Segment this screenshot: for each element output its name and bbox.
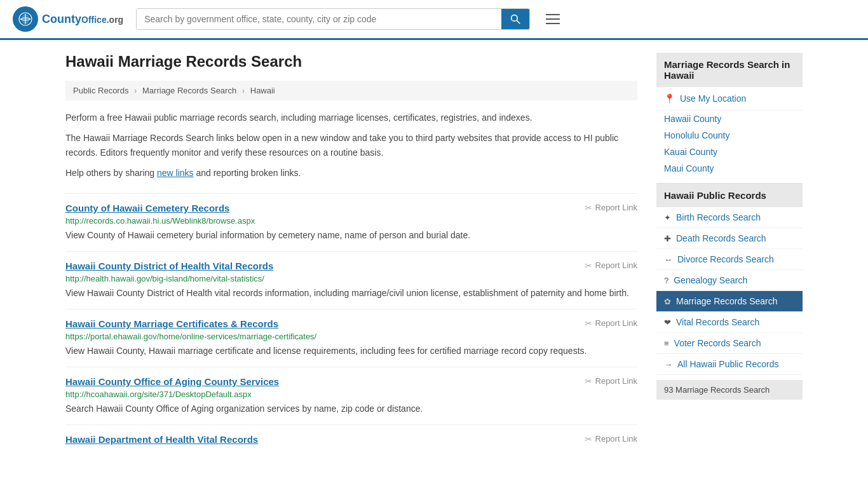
help-text-prefix: Help others by sharing [65, 168, 157, 178]
main-container: Hawaii Marriage Records Search Public Re… [53, 40, 815, 469]
hamburger-line [546, 23, 560, 24]
use-my-location-label: Use My Location [680, 93, 746, 104]
report-link-label: Report Link [595, 376, 637, 386]
death-icon: ✚ [664, 234, 671, 243]
report-link-label: Report Link [595, 318, 637, 328]
report-link[interactable]: ✂ Report Link [585, 318, 637, 329]
divorce-icon: ↔ [664, 255, 672, 264]
public-records-nav: ✦ Birth Records Search ✚ Death Records S… [656, 207, 803, 375]
report-link[interactable]: ✂ Report Link [585, 203, 637, 213]
breadcrumb-sep: › [134, 86, 137, 95]
all-records-icon: → [664, 360, 672, 369]
record-title[interactable]: Hawaii County Office of Aging County Ser… [65, 376, 279, 387]
voter-icon: ≡ [664, 339, 669, 348]
sidebar-item-maui-county[interactable]: Maui County [664, 163, 714, 173]
site-header: CountyOffice.org [0, 0, 868, 40]
list-item: Hawaii County [656, 111, 803, 127]
record-item: Hawaii County Marriage Certificates & Re… [65, 309, 637, 367]
logo-text: CountyOffice.org [42, 13, 123, 26]
report-icon: ✂ [585, 203, 592, 213]
report-icon: ✂ [585, 318, 592, 329]
vital-icon: ❤ [664, 318, 671, 327]
hamburger-line [546, 14, 560, 15]
breadcrumb-marriage-records[interactable]: Marriage Records Search [142, 86, 236, 95]
records-list: County of Hawaii Cemetery Records ✂ Repo… [65, 193, 637, 456]
record-item: County of Hawaii Cemetery Records ✂ Repo… [65, 193, 637, 251]
record-title[interactable]: County of Hawaii Cemetery Records [65, 203, 229, 214]
page-title: Hawaii Marriage Records Search [65, 53, 637, 71]
record-item: Hawaii County District of Health Vital R… [65, 251, 637, 309]
nav-label: Birth Records Search [676, 212, 761, 222]
list-item: Maui County [656, 160, 803, 177]
genealogy-icon: ? [664, 276, 668, 285]
sidebar-item-hawaii-county[interactable]: Hawaii County [664, 114, 721, 124]
nav-label: All Hawaii Public Records [677, 359, 779, 369]
record-url[interactable]: http://records.co.hawaii.hi.us/Weblink8/… [65, 216, 637, 226]
new-links-link[interactable]: new links [157, 168, 194, 178]
report-icon: ✂ [585, 434, 592, 444]
sidebar-item-kauai-county[interactable]: Kauai County [664, 147, 717, 157]
record-item: Hawaii County Office of Aging County Ser… [65, 367, 637, 424]
nav-label: Death Records Search [676, 233, 766, 243]
record-title[interactable]: Hawaii County District of Health Vital R… [65, 261, 273, 271]
record-header: Hawaii County Office of Aging County Ser… [65, 376, 637, 387]
sidebar-item-genealogy: ? Genealogy Search [656, 270, 803, 291]
report-link[interactable]: ✂ Report Link [585, 261, 637, 271]
report-link-label: Report Link [595, 203, 637, 212]
report-link[interactable]: ✂ Report Link [585, 376, 637, 386]
record-header: Hawaii County District of Health Vital R… [65, 261, 637, 271]
intro-paragraph-1: Perform a free Hawaii public marriage re… [65, 111, 637, 125]
breadcrumb-public-records[interactable]: Public Records [73, 86, 128, 95]
sidebar-item-honolulu-county[interactable]: Honolulu County [664, 130, 730, 140]
sidebar-item-vital-records: ❤ Vital Records Search [656, 312, 803, 333]
menu-button[interactable] [543, 8, 563, 30]
record-desc: View County of Hawaii cemetery burial in… [65, 229, 637, 242]
logo-icon [13, 6, 38, 32]
search-input[interactable] [137, 9, 501, 29]
nav-label: Marriage Records Search [676, 296, 778, 306]
birth-icon: ✦ [664, 213, 671, 222]
record-title[interactable]: Hawaii County Marriage Certificates & Re… [65, 318, 278, 329]
sidebar-item-voter-records: ≡ Voter Records Search [656, 333, 803, 354]
record-url[interactable]: http://hcoahawaii.org/site/371/DesktopDe… [65, 390, 637, 399]
sidebar-item-death-records: ✚ Death Records Search [656, 228, 803, 249]
record-desc: View Hawaii County District of Health vi… [65, 287, 637, 300]
county-list: Hawaii County Honolulu County Kauai Coun… [656, 111, 803, 184]
sidebar-item-marriage-records: ✿ Marriage Records Search [656, 291, 803, 312]
intro-paragraph-2: The Hawaii Marriage Records Search links… [65, 131, 637, 159]
sidebar-item-divorce-records: ↔ Divorce Records Search [656, 249, 803, 270]
nav-label: Genealogy Search [674, 275, 747, 285]
nav-label: Divorce Records Search [677, 254, 774, 264]
nav-label: Vital Records Search [676, 317, 759, 327]
breadcrumb: Public Records › Marriage Records Search… [65, 81, 637, 100]
search-icon [510, 14, 520, 24]
record-url[interactable]: http://health.hawaii.gov/big-island/home… [65, 274, 637, 283]
use-my-location[interactable]: 📍 Use My Location [656, 87, 803, 111]
search-bar [136, 8, 530, 30]
svg-line-4 [517, 20, 520, 24]
record-url[interactable]: https://portal.ehawaii.gov/home/online-s… [65, 332, 637, 341]
help-text-suffix: and reporting broken links. [194, 168, 301, 178]
sidebar-item-birth-records: ✦ Birth Records Search [656, 207, 803, 228]
sidebar-section-1-header: Marriage Records Search in Hawaii [656, 53, 803, 87]
report-link[interactable]: ✂ Report Link [585, 434, 637, 444]
breadcrumb-hawaii: Hawaii [250, 86, 275, 95]
record-item: Hawaii Department of Health Vital Record… [65, 424, 637, 456]
report-icon: ✂ [585, 261, 592, 271]
content-area: Hawaii Marriage Records Search Public Re… [65, 53, 637, 456]
report-link-label: Report Link [595, 434, 637, 444]
hamburger-line [546, 18, 560, 20]
record-header: County of Hawaii Cemetery Records ✂ Repo… [65, 203, 637, 214]
report-icon: ✂ [585, 376, 592, 386]
marriage-icon: ✿ [664, 297, 671, 306]
search-button[interactable] [501, 9, 529, 29]
location-icon: 📍 [664, 93, 675, 104]
report-link-label: Report Link [595, 261, 637, 270]
breadcrumb-sep: › [242, 86, 245, 95]
help-text: Help others by sharing new links and rep… [65, 166, 637, 180]
record-title[interactable]: Hawaii Department of Health Vital Record… [65, 434, 258, 445]
marriage-count-badge: 93 Marriage Records Search [656, 380, 803, 400]
logo-link[interactable]: CountyOffice.org [13, 6, 123, 32]
sidebar: Marriage Records Search in Hawaii 📍 Use … [656, 53, 803, 456]
sidebar-item-all-records: → All Hawaii Public Records [656, 354, 803, 375]
